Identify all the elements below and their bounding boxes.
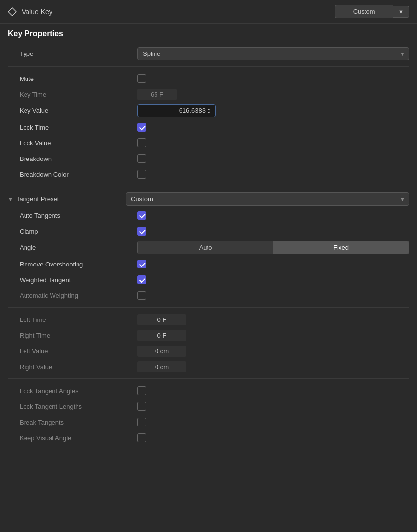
lock-time-value bbox=[137, 123, 409, 132]
left-time-row: Left Time 0 F bbox=[8, 312, 409, 327]
divider-2 bbox=[8, 186, 409, 186]
dropdown-arrow-button[interactable]: ▼ bbox=[393, 6, 409, 18]
break-tangents-row: Break Tangents bbox=[8, 414, 409, 430]
clamp-row: Clamp bbox=[8, 223, 409, 239]
lock-tangent-lengths-label: Lock Tangent Lengths bbox=[20, 403, 137, 410]
left-time-value: 0 F bbox=[137, 314, 409, 325]
type-select-wrap: Spline Linear Constant ▼ bbox=[137, 47, 409, 60]
mute-checkbox-wrap[interactable] bbox=[137, 74, 146, 83]
tangent-chevron[interactable]: ▼ bbox=[8, 196, 13, 202]
tangent-preset-value: Custom Auto Linear Flat ▼ bbox=[126, 192, 409, 206]
header-bar: Value Key Custom ▼ bbox=[0, 0, 417, 24]
header-left: Value Key bbox=[8, 7, 52, 16]
header-title: Value Key bbox=[22, 8, 52, 16]
mute-value bbox=[137, 74, 409, 83]
type-select[interactable]: Spline Linear Constant bbox=[137, 47, 409, 60]
clamp-label: Clamp bbox=[20, 228, 137, 235]
tangent-preset-select-wrap: Custom Auto Linear Flat ▼ bbox=[126, 192, 409, 206]
break-tangents-checkbox-wrap[interactable] bbox=[137, 418, 146, 426]
break-tangents-value bbox=[137, 418, 409, 426]
keep-visual-angle-checkbox-wrap[interactable] bbox=[137, 433, 146, 442]
remove-overshooting-checkbox-wrap[interactable] bbox=[137, 260, 146, 268]
mute-label: Mute bbox=[20, 75, 137, 82]
left-value-row: Left Value 0 cm bbox=[8, 343, 409, 359]
main-content: Key Properties Type Spline Linear Consta… bbox=[0, 24, 417, 452]
angle-label: Angle bbox=[20, 244, 137, 251]
type-row: Type Spline Linear Constant ▼ bbox=[8, 45, 409, 62]
right-value-value: 0 cm bbox=[137, 361, 409, 372]
keep-visual-angle-value bbox=[137, 433, 409, 442]
key-value-input[interactable] bbox=[137, 104, 216, 117]
key-value-row: Key Value bbox=[8, 102, 409, 119]
breakdown-color-checkbox-wrap[interactable] bbox=[137, 170, 146, 179]
remove-overshooting-value bbox=[137, 260, 409, 268]
right-time-label: Right Time bbox=[20, 332, 137, 339]
automatic-weighting-value bbox=[137, 291, 409, 300]
key-time-value: 65 F bbox=[137, 89, 409, 100]
left-time-label: Left Time bbox=[20, 316, 137, 323]
svg-marker-0 bbox=[8, 8, 16, 16]
clamp-checkbox-wrap[interactable] bbox=[137, 227, 146, 236]
left-value-label: Left Value bbox=[20, 347, 137, 355]
mute-row: Mute bbox=[8, 71, 409, 86]
break-tangents-label: Break Tangents bbox=[20, 419, 137, 426]
tangent-preset-label: Tangent Preset bbox=[16, 195, 59, 203]
automatic-weighting-label: Automatic Weighting bbox=[20, 292, 137, 299]
custom-dropdown[interactable]: Custom bbox=[335, 5, 393, 18]
header-right: Custom ▼ bbox=[335, 5, 409, 18]
keep-visual-angle-row: Keep Visual Angle bbox=[8, 430, 409, 446]
angle-toggle-group: Auto Fixed bbox=[137, 241, 409, 254]
angle-value: Auto Fixed bbox=[137, 241, 409, 254]
lock-tangent-angles-value bbox=[137, 386, 409, 395]
lock-tangent-lengths-row: Lock Tangent Lengths bbox=[8, 399, 409, 414]
angle-auto-button[interactable]: Auto bbox=[138, 241, 273, 254]
weighted-tangent-row: Weighted Tangent bbox=[8, 272, 409, 288]
auto-tangents-value bbox=[137, 211, 409, 220]
auto-tangents-label: Auto Tangents bbox=[20, 212, 137, 219]
right-time-display: 0 F bbox=[137, 330, 186, 341]
right-time-value: 0 F bbox=[137, 330, 409, 341]
key-time-display: 65 F bbox=[137, 89, 177, 100]
tangent-preset-label-wrap: ▼ Tangent Preset bbox=[8, 195, 126, 203]
lock-value-checkbox-wrap[interactable] bbox=[137, 138, 146, 147]
breakdown-color-value bbox=[137, 170, 409, 179]
lock-time-row: Lock Time bbox=[8, 119, 409, 135]
key-value-label: Key Value bbox=[20, 107, 137, 114]
right-time-row: Right Time 0 F bbox=[8, 327, 409, 343]
lock-tangent-lengths-value bbox=[137, 402, 409, 411]
automatic-weighting-checkbox-wrap[interactable] bbox=[137, 291, 146, 300]
lock-time-checkbox-wrap[interactable] bbox=[137, 123, 146, 132]
remove-overshooting-row: Remove Overshooting bbox=[8, 256, 409, 272]
left-time-display: 0 F bbox=[137, 314, 186, 325]
automatic-weighting-row: Automatic Weighting bbox=[8, 288, 409, 303]
weighted-tangent-checkbox-wrap[interactable] bbox=[137, 275, 146, 284]
lock-value-value bbox=[137, 138, 409, 147]
clamp-value bbox=[137, 227, 409, 236]
breakdown-checkbox-wrap[interactable] bbox=[137, 154, 146, 163]
lock-tangent-lengths-checkbox-wrap[interactable] bbox=[137, 402, 146, 411]
angle-fixed-button[interactable]: Fixed bbox=[273, 241, 409, 254]
right-value-label: Right Value bbox=[20, 363, 137, 371]
tangent-preset-row: ▼ Tangent Preset Custom Auto Linear Flat… bbox=[8, 190, 409, 208]
breakdown-color-row: Breakdown Color bbox=[8, 166, 409, 182]
breakdown-color-label: Breakdown Color bbox=[20, 171, 137, 178]
remove-overshooting-label: Remove Overshooting bbox=[20, 261, 137, 268]
auto-tangents-checkbox-wrap[interactable] bbox=[137, 211, 146, 220]
angle-row: Angle Auto Fixed bbox=[8, 239, 409, 256]
right-value-display: 0 cm bbox=[137, 361, 186, 372]
type-label: Type bbox=[20, 50, 137, 57]
lock-value-label: Lock Value bbox=[20, 139, 137, 147]
lock-value-row: Lock Value bbox=[8, 135, 409, 151]
breakdown-row: Breakdown bbox=[8, 151, 409, 166]
divider-3 bbox=[8, 307, 409, 308]
auto-tangents-row: Auto Tangents bbox=[8, 208, 409, 223]
weighted-tangent-value bbox=[137, 275, 409, 284]
diamond-icon bbox=[8, 7, 17, 16]
type-value: Spline Linear Constant ▼ bbox=[137, 47, 409, 60]
lock-tangent-angles-checkbox-wrap[interactable] bbox=[137, 386, 146, 395]
left-value-display: 0 cm bbox=[137, 346, 186, 357]
right-value-row: Right Value 0 cm bbox=[8, 359, 409, 374]
key-time-row: Key Time 65 F bbox=[8, 86, 409, 102]
key-value-value bbox=[137, 104, 409, 117]
tangent-preset-select[interactable]: Custom Auto Linear Flat bbox=[126, 192, 409, 206]
